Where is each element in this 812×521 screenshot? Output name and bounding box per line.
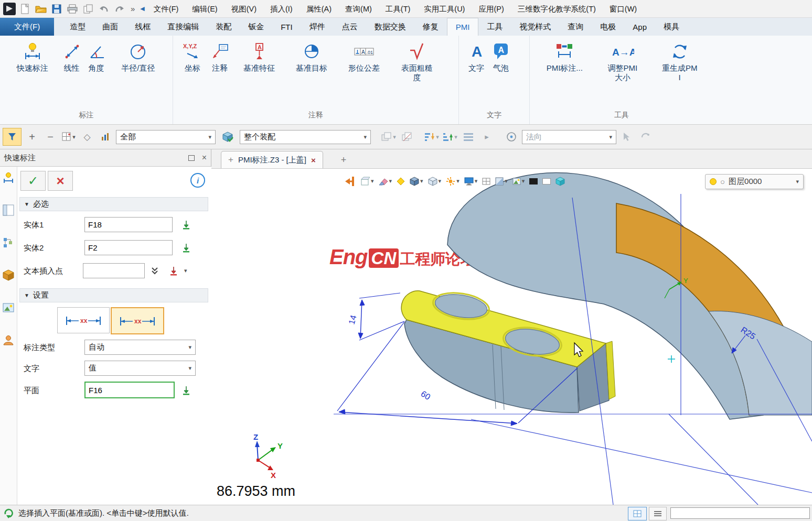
menu-utilities[interactable]: 实用工具(U)	[417, 0, 472, 18]
pmi-dimension-button[interactable]: PMI标注...	[535, 40, 594, 75]
collapse-icon[interactable]: ▼	[24, 201, 29, 207]
shaded-display-button[interactable]: ▾	[408, 174, 425, 188]
active-command-icon[interactable]	[3, 172, 14, 183]
new-tab-button[interactable]: +	[337, 151, 351, 168]
close-tab-icon[interactable]: ×	[311, 156, 316, 165]
status-input[interactable]	[670, 507, 810, 519]
print-icon[interactable]	[65, 2, 80, 16]
highlight-button[interactable]	[395, 174, 407, 188]
menu-tools[interactable]: 工具(T)	[379, 0, 418, 18]
tab-point-cloud[interactable]: 点云	[334, 18, 366, 36]
new-document-icon[interactable]	[17, 2, 33, 16]
menu-window[interactable]: 窗口(W)	[603, 0, 644, 18]
tab-inquire[interactable]: 查询	[559, 18, 592, 36]
pointer-mode-button[interactable]	[619, 128, 635, 145]
pick-grid-button[interactable]: ▾	[61, 128, 77, 145]
cancel-button[interactable]: ×	[48, 171, 73, 191]
tab-file[interactable]: 文件(F)	[0, 18, 54, 36]
menu-inquire[interactable]: 查询(M)	[338, 0, 379, 18]
shade-all-button[interactable]	[554, 174, 567, 188]
background-light-swatch[interactable]	[541, 174, 552, 188]
tolerance-button[interactable]: A .01 形位公差	[338, 40, 390, 75]
tab-repair[interactable]: 修复	[414, 18, 447, 36]
surface-finish-button[interactable]: 表面粗糙度	[390, 40, 444, 84]
copy-entities-button[interactable]: ▾	[381, 128, 397, 145]
dim-style-linear-button[interactable]: xx	[57, 307, 110, 333]
background-dark-swatch[interactable]	[528, 174, 539, 188]
linear-button[interactable]: 线性	[60, 40, 84, 75]
qat-overflow-icon[interactable]: »	[127, 4, 138, 13]
erase-button[interactable]: ▾	[377, 174, 394, 188]
insert-point-input[interactable]	[83, 263, 145, 278]
graphics-viewport[interactable]: EngCN工程师论坛网 www.EngCN.com	[211, 169, 812, 505]
sort-up-button[interactable]: ▾	[424, 128, 440, 145]
angle-button[interactable]: 角度	[84, 40, 109, 75]
expand-chevron-icon[interactable]	[148, 265, 161, 277]
menu-view[interactable]: 视图(V)	[225, 0, 263, 18]
view-mode-button[interactable]: ▾	[359, 174, 376, 188]
caret-icon[interactable]: ▾	[184, 267, 187, 274]
radius-diameter-button[interactable]: 半径/直径	[109, 40, 167, 75]
menu-file[interactable]: 文件(F)	[147, 0, 186, 18]
list-related-button[interactable]	[461, 128, 476, 145]
user-role-icon[interactable]	[3, 334, 14, 346]
tab-pmi[interactable]: PMI	[447, 18, 479, 36]
adjust-pmi-size-button[interactable]: A→A 调整PMI大小	[594, 40, 651, 84]
tab-visual-style[interactable]: 视觉样式	[511, 18, 559, 36]
scope-button[interactable]	[218, 128, 237, 145]
manager-panels-icon[interactable]	[3, 204, 14, 216]
add-selection-button[interactable]: +	[24, 128, 40, 145]
part-cube-icon[interactable]	[3, 269, 14, 281]
regenerate-pmi-button[interactable]: 重生成PMI	[651, 40, 708, 84]
dim-style-baseline-button[interactable]: xx	[111, 307, 164, 334]
entity1-pick-icon[interactable]	[180, 219, 193, 231]
menu-edit[interactable]: 编辑(E)	[185, 0, 224, 18]
entity2-input[interactable]	[84, 240, 173, 255]
section-view-button[interactable]: ▾	[494, 174, 509, 188]
menu-attributes[interactable]: 属性(A)	[300, 0, 338, 18]
scope-dropdown[interactable]: 整个装配 ▾	[240, 130, 371, 144]
remove-selection-button[interactable]: −	[42, 128, 58, 145]
list-toggle-button[interactable]	[649, 507, 667, 520]
reference-plane-button[interactable]	[504, 128, 519, 145]
background-image-button[interactable]: ▾	[511, 174, 527, 188]
pick-polygon-button[interactable]: ◇	[79, 128, 95, 145]
sort-down-button[interactable]: ▾	[442, 128, 458, 145]
tab-surface[interactable]: 曲面	[94, 18, 126, 36]
tab-mold[interactable]: 模具	[655, 18, 688, 36]
save-icon[interactable]	[49, 2, 65, 16]
panel-float-icon[interactable]	[188, 155, 195, 161]
collapse-icon[interactable]: ▼	[24, 292, 29, 298]
tab-sheet-metal[interactable]: 钣金	[240, 18, 272, 36]
pick-filter-button[interactable]	[3, 128, 22, 146]
tab-direct-edit[interactable]: 直接编辑	[159, 18, 207, 36]
tab-wireframe[interactable]: 线框	[126, 18, 159, 36]
note-button[interactable]: 注释	[207, 40, 233, 75]
text-mode-dropdown[interactable]: 值 ▾	[84, 361, 196, 376]
model-canvas[interactable]: 14 60 R25 Y	[211, 169, 812, 505]
exit-pmi-button[interactable]	[343, 174, 357, 188]
quick-dimension-button[interactable]: 快速标注	[5, 40, 60, 75]
layer-color-icon[interactable]: ○	[720, 177, 725, 186]
caret-icon[interactable]: ▾	[796, 178, 799, 185]
coordinate-button[interactable]: X,Y,Z 坐标	[178, 40, 207, 75]
menu-back-icon[interactable]: ◀	[138, 5, 146, 12]
plane-pick-icon[interactable]	[180, 384, 193, 397]
wireframe-display-button[interactable]: ▾	[426, 174, 443, 188]
menu-insert[interactable]: 插入(I)	[263, 0, 300, 18]
document-tab[interactable]: + PMI标注.Z3 - [上盖] ×	[221, 151, 323, 168]
entity2-pick-icon[interactable]	[180, 242, 193, 254]
paste-entities-button[interactable]	[399, 128, 415, 145]
window-split-button[interactable]	[480, 174, 492, 188]
pick-last-button[interactable]: ▸	[479, 128, 495, 145]
tab-app[interactable]: App	[624, 18, 655, 36]
panel-close-icon[interactable]: ×	[202, 153, 207, 162]
tab-fti[interactable]: FTI	[272, 18, 301, 36]
ok-button[interactable]: ✓	[20, 171, 46, 191]
tab-shape[interactable]: 造型	[61, 18, 94, 36]
datum-feature-button[interactable]: A 基准特征	[233, 40, 285, 75]
copy-icon[interactable]	[80, 2, 96, 16]
display-settings-button[interactable]: ▾	[463, 174, 479, 188]
insert-point-pick-icon[interactable]	[167, 265, 180, 277]
view-image-icon[interactable]	[3, 302, 14, 313]
